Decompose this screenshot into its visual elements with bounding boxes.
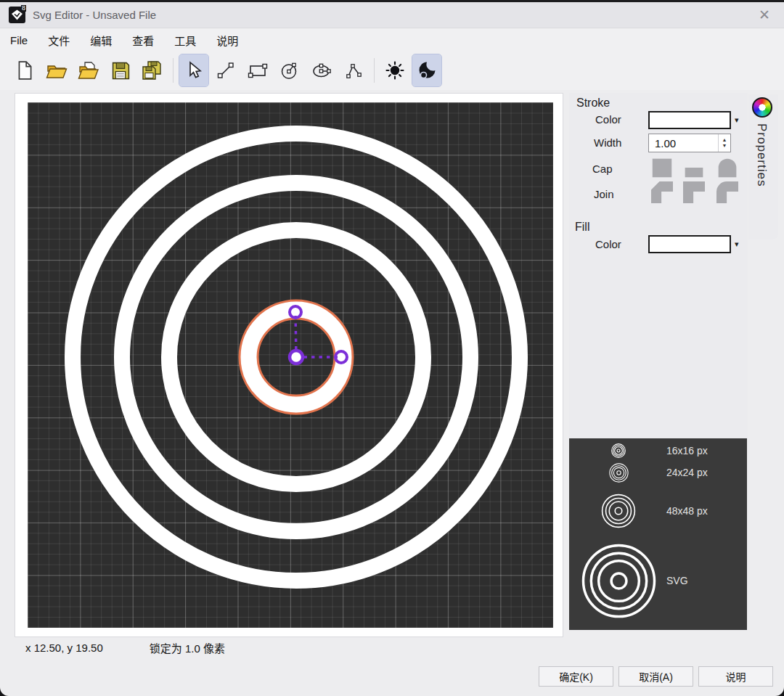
sun-icon (385, 60, 405, 81)
preview-label-24: 24x24 px (666, 467, 708, 478)
cancel-button[interactable]: 取消(A) (618, 666, 693, 687)
preview-label-16: 16x16 px (666, 445, 708, 457)
ok-button[interactable]: 确定(K) (539, 666, 613, 687)
save-as-icon (142, 60, 163, 81)
path-tool-icon (344, 61, 364, 80)
stroke-color-swatch[interactable] (648, 111, 731, 129)
status-bar: x 12.50, y 19.50 锁定为 1.0 像素 (0, 638, 784, 657)
menu-edit[interactable]: 编辑 (80, 30, 122, 51)
circle-tool-button[interactable] (275, 54, 304, 86)
circle-tool-icon (280, 61, 300, 81)
preview-ring (615, 507, 622, 515)
save-button[interactable] (106, 54, 135, 86)
cap-butt-button[interactable] (683, 157, 705, 179)
stroke-group-label: Stroke (576, 97, 610, 110)
fill-group-label: Fill (575, 221, 589, 234)
stroke-color-dropdown-icon[interactable]: ▾ (735, 115, 739, 125)
round-join-icon (716, 181, 738, 203)
properties-panel: Stroke Color ▾ Width 1.00 ▲ ▼ Cap (569, 93, 748, 438)
stroke-width-label: Width (594, 136, 621, 149)
ellipse-tool-button[interactable] (307, 54, 336, 86)
color-wheel-icon (752, 97, 772, 118)
stroke-width-value[interactable]: 1.00 (649, 134, 718, 152)
fill-color-dropdown-icon[interactable]: ▾ (735, 239, 739, 249)
rect-tool-icon (248, 61, 268, 80)
open-file-icon (78, 60, 99, 81)
center-handle[interactable] (290, 351, 303, 364)
app-icon: 8 (9, 7, 25, 23)
properties-tab-label: Properties (754, 123, 769, 187)
preview-ring (613, 467, 624, 478)
app-icon-badge: 8 (21, 5, 26, 12)
spin-down-icon[interactable]: ▼ (722, 143, 727, 149)
preview-label-48: 48x48 px (666, 505, 708, 517)
cursor-coordinates: x 12.50, y 19.50 (25, 642, 103, 654)
butt-cap-icon (683, 157, 705, 179)
preview-ring (616, 470, 620, 474)
dark-theme-button[interactable] (412, 54, 441, 86)
light-theme-button[interactable] (380, 54, 409, 86)
select-tool-button[interactable] (179, 54, 208, 86)
preview-ring (603, 495, 635, 528)
preview-ring (617, 449, 620, 452)
menu-file-en[interactable]: File (7, 31, 38, 49)
join-round-button[interactable] (716, 181, 738, 203)
app-window: 8 Svg Editor - Unsaved File ✕ File 文件 编辑… (0, 0, 784, 696)
help-button[interactable]: 说明 (698, 666, 773, 687)
cursor-icon (185, 61, 203, 80)
square-cap-icon (651, 157, 673, 179)
properties-tab[interactable]: Properties (748, 94, 778, 239)
title-bar: 8 Svg Editor - Unsaved File ✕ (0, 2, 784, 28)
preview-ring (583, 545, 654, 616)
toolbar (0, 51, 784, 90)
toolbar-separator (374, 58, 375, 83)
preview-ring (609, 463, 627, 481)
snap-setting: 锁定为 1.0 像素 (150, 640, 225, 655)
miter-join-icon (683, 181, 705, 203)
menu-tools[interactable]: 工具 (164, 30, 206, 51)
spin-up-icon[interactable]: ▲ (722, 137, 727, 143)
open-folder-icon (46, 61, 68, 80)
menu-help[interactable]: 说明 (206, 30, 248, 51)
preview-ring (611, 573, 626, 589)
join-miter-button[interactable] (683, 181, 705, 203)
preview-ring (615, 447, 623, 455)
new-file-button[interactable] (10, 54, 39, 86)
path-tool-button[interactable] (339, 54, 368, 86)
open-folder-button[interactable] (42, 54, 71, 86)
stroke-cap-label: Cap (592, 163, 613, 175)
window-title: Svg Editor - Unsaved File (33, 9, 156, 21)
close-icon[interactable]: ✕ (754, 7, 775, 23)
menu-view[interactable]: 查看 (122, 30, 164, 51)
toolbar-separator (173, 58, 173, 83)
cap-square-button[interactable] (651, 157, 673, 179)
stroke-color-label: Color (595, 113, 621, 126)
preview-icon-16 (611, 443, 626, 458)
join-bevel-button[interactable] (651, 181, 673, 203)
line-tool-icon (216, 61, 235, 80)
canvas-frame (15, 93, 563, 637)
new-file-icon (15, 60, 34, 81)
preview-icon-24 (609, 463, 629, 483)
rect-tool-button[interactable] (243, 54, 272, 86)
fill-color-swatch[interactable] (648, 235, 731, 253)
preview-ring (598, 560, 639, 601)
save-icon (111, 61, 131, 81)
preview-ring (609, 501, 627, 520)
cap-round-button[interactable] (716, 157, 738, 179)
menu-file-zh[interactable]: 文件 (38, 30, 80, 51)
preview-icon-48 (601, 494, 636, 528)
fill-color-label: Color (595, 238, 621, 250)
preview-icon-svg (581, 543, 657, 619)
preview-panel: 16x16 px 24x24 px 48x48 px SVG (569, 438, 747, 630)
line-tool-button[interactable] (211, 54, 240, 86)
canvas[interactable] (28, 102, 553, 628)
preview-ring (612, 444, 626, 458)
bevel-join-icon (651, 181, 673, 203)
save-as-button[interactable] (138, 54, 167, 86)
moon-icon (417, 60, 437, 81)
open-file-button[interactable] (74, 54, 103, 86)
preview-label-svg: SVG (666, 575, 688, 586)
stroke-width-spinbox[interactable]: 1.00 ▲ ▼ (648, 134, 731, 152)
ellipse-tool-icon (311, 61, 332, 80)
